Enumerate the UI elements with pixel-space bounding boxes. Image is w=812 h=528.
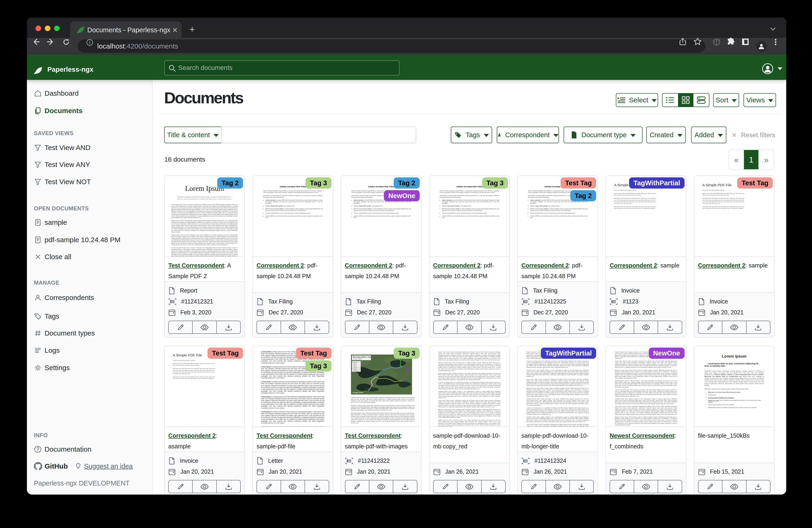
svg-text:Day 2: Day 2 [354, 366, 357, 367]
svg-text:Day 1: Day 1 [354, 364, 357, 365]
svg-text:Google Earth: Google Earth [352, 391, 363, 394]
svg-text:Day 3: Day 3 [354, 367, 357, 368]
svg-text:Legend: Legend [353, 362, 357, 363]
svg-text:Six days in BWCA: Six days in BWCA [353, 358, 362, 360]
svg-text:Boundary Waters Trip: Boundary Waters Trip [353, 356, 371, 358]
svg-text:Day 5: Day 5 [354, 370, 357, 371]
svg-text:Day 4: Day 4 [354, 369, 357, 370]
